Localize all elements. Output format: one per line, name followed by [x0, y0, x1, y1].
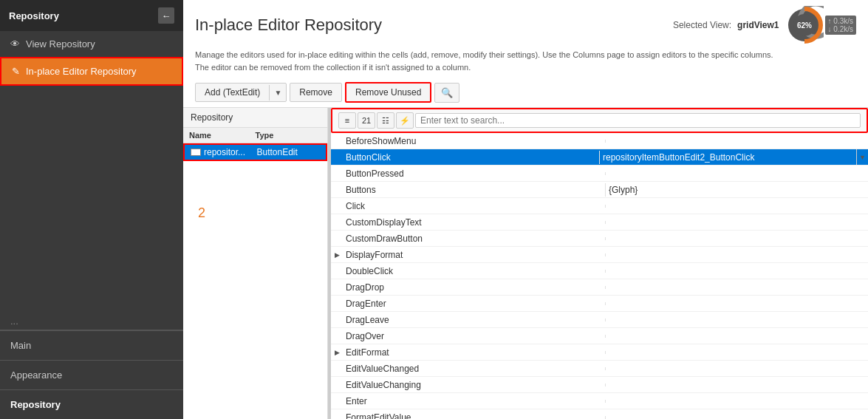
props-property-name: FormatEditValue [343, 411, 605, 420]
props-search-input[interactable] [415, 113, 861, 128]
ellipsis: ... [0, 313, 183, 330]
props-row[interactable]: CustomDrawButton [331, 231, 868, 247]
props-row[interactable]: DoubleClick [331, 263, 868, 279]
performance-circle: 62% [785, 6, 824, 44]
props-row[interactable]: ButtonClickrepositoryItemButtonEdit2_But… [331, 149, 868, 166]
sidebar-item-inplace-editor[interactable]: ✎ In-place Editor Repository [0, 57, 183, 86]
props-property-value: repositoryItemButtonEdit2_ButtonClick [599, 151, 856, 164]
top-bar: In-place Editor Repository Selected View… [183, 0, 868, 47]
props-property-value [605, 253, 868, 256]
props-property-value [605, 302, 868, 305]
props-panel: ≡ 21 ☷ ⚡ BeforeShowMenuButtonClickreposi… [331, 108, 868, 419]
repo-col-type: Type [256, 131, 322, 140]
speed-info: ↑ 0.3k/s ↓ 0.2k/s [825, 16, 856, 35]
props-property-name: ButtonPressed [343, 167, 605, 180]
props-row[interactable]: DragEnter [331, 296, 868, 312]
sidebar-bottom-appearance[interactable]: Appearance [0, 360, 183, 389]
props-property-value [605, 270, 868, 273]
speed-up: ↑ 0.3k/s [828, 17, 853, 25]
props-row[interactable]: ButtonPressed [331, 166, 868, 182]
props-toolbar: ≡ 21 ☷ ⚡ [331, 108, 868, 133]
props-tool-sort[interactable]: ≡ [338, 112, 356, 129]
props-property-value [605, 384, 868, 386]
search-button[interactable]: 🔍 [434, 83, 459, 103]
repo-item-type: ButtonEdit [257, 147, 321, 157]
props-property-value [605, 416, 868, 419]
sidebar-item-label: In-place Editor Repository [26, 66, 137, 77]
sidebar-bottom: Main Appearance Repository [0, 330, 183, 419]
props-property-name: DragOver [343, 330, 605, 343]
props-property-name: BeforeShowMenu [343, 134, 605, 148]
props-row[interactable]: DragOver [331, 328, 868, 344]
remove-button[interactable]: Remove [290, 83, 342, 102]
repo-row-name: repositor... [191, 147, 254, 157]
props-row[interactable]: DragDrop [331, 279, 868, 296]
repo-item-icon [191, 149, 201, 156]
sidebar: Repository ← 👁 View Repository ✎ In-plac… [0, 0, 183, 419]
expand-arrow[interactable]: ▶ [335, 251, 340, 259]
props-property-value [605, 351, 868, 354]
props-property-value [605, 205, 868, 208]
props-row[interactable]: FormatEditValue [331, 409, 868, 419]
props-row[interactable]: CustomDisplayText [331, 214, 868, 231]
speed-down: ↓ 0.2k/s [828, 25, 853, 33]
sidebar-item-view-repo[interactable]: 👁 View Repository [0, 31, 183, 57]
props-row[interactable]: Click [331, 198, 868, 214]
props-property-name: DoubleClick [343, 265, 605, 278]
repo-table-header: Name Type [183, 128, 327, 143]
props-expand-indent: ▶ [331, 349, 343, 356]
sidebar-bottom-main[interactable]: Main [0, 330, 183, 360]
props-property-value: {Glyph} [605, 183, 868, 197]
add-button[interactable]: Add (TextEdit) [196, 84, 269, 101]
selected-view-label: Selected View: [673, 20, 731, 30]
props-property-name: EditValueChanged [343, 362, 605, 375]
props-row[interactable]: ▶DisplayFormat [331, 247, 868, 263]
repo-col-name: Name [189, 131, 256, 140]
description: Manage the editors used for in-place edi… [183, 47, 868, 78]
props-tool-lightning[interactable]: ⚡ [396, 112, 414, 129]
props-row[interactable]: ▶EditFormat [331, 344, 868, 361]
repo-empty-area: 2 [183, 161, 327, 419]
eye-icon: 👁 [10, 38, 20, 50]
sidebar-bottom-repository[interactable]: Repository [0, 389, 183, 419]
annotation-2: 2 [183, 161, 327, 228]
props-row[interactable]: BeforeShowMenu [331, 133, 868, 149]
sidebar-back-button[interactable]: ← [158, 7, 174, 24]
sidebar-title: Repository [9, 10, 59, 21]
sidebar-spacer [0, 86, 183, 313]
props-dropdown-btn[interactable]: ▼ [856, 149, 868, 165]
props-expand-indent: ▶ [331, 251, 343, 259]
main-content: In-place Editor Repository Selected View… [183, 0, 868, 419]
props-tool-az[interactable]: 21 [358, 112, 375, 129]
props-property-name: Buttons [343, 183, 605, 197]
edit-icon: ✎ [12, 66, 20, 77]
remove-unused-button[interactable]: Remove Unused [345, 82, 431, 103]
props-property-value [605, 140, 868, 143]
props-property-value [605, 237, 868, 240]
sidebar-header: Repository ← [0, 0, 183, 31]
content-area: Repository Name Type repositor... Button… [183, 108, 868, 419]
props-row[interactable]: Buttons{Glyph} [331, 182, 868, 198]
expand-arrow[interactable]: ▶ [335, 349, 340, 356]
description-line2: The editor can be removed from the colle… [195, 61, 856, 74]
props-tool-grid[interactable]: ☷ [377, 112, 394, 129]
props-row[interactable]: DragLeave [331, 312, 868, 328]
props-property-value [605, 318, 868, 321]
props-property-name: Enter [343, 395, 605, 408]
add-dropdown[interactable]: Add (TextEdit) ▼ [195, 83, 287, 102]
props-row[interactable]: EditValueChanging [331, 377, 868, 393]
props-property-name: DisplayFormat [343, 248, 605, 262]
repo-row-1[interactable]: repositor... ButtonEdit [183, 143, 327, 161]
props-property-name: DragLeave [343, 313, 605, 327]
props-property-name: EditFormat [343, 346, 605, 359]
page-title: In-place Editor Repository [195, 16, 382, 35]
add-dropdown-arrow[interactable]: ▼ [269, 85, 286, 101]
props-row[interactable]: EditValueChanged [331, 361, 868, 377]
repo-panel-header: Repository [183, 108, 327, 128]
props-property-value [605, 367, 868, 370]
props-row[interactable]: Enter [331, 393, 868, 409]
selected-view-value: gridView1 [737, 20, 779, 30]
circle-chart: 62% [785, 6, 824, 44]
props-property-name: DragEnter [343, 297, 605, 310]
repo-panel: Repository Name Type repositor... Button… [183, 108, 328, 419]
